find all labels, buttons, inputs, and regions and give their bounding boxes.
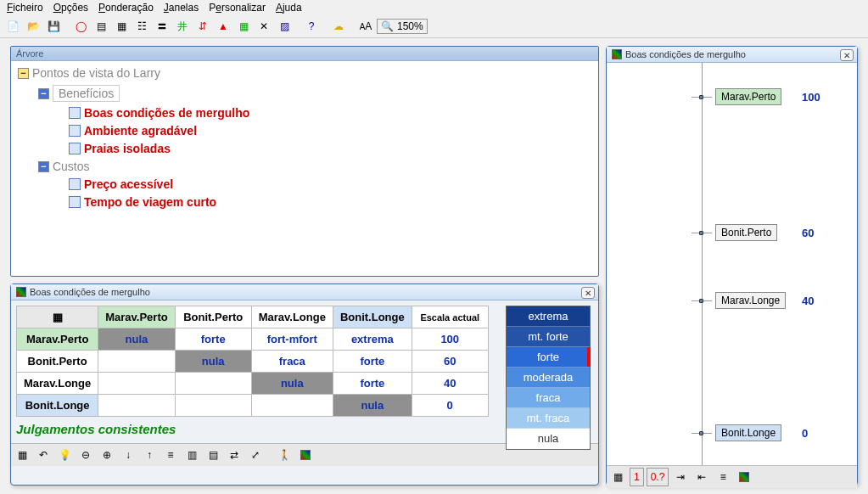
- tb-icon[interactable]: ≡: [161, 446, 180, 464]
- tool-icon-5[interactable]: 〓: [153, 17, 171, 36]
- tool-icon-8[interactable]: ▲: [214, 17, 232, 36]
- scale-label[interactable]: Marav.Longe: [715, 292, 786, 309]
- tb-icon[interactable]: ↶: [34, 446, 53, 464]
- tb-icon[interactable]: ⇥: [671, 468, 690, 486]
- matrix-col-header[interactable]: Bonit.Longe: [333, 306, 412, 328]
- legend-item[interactable]: extrema: [507, 306, 590, 327]
- matrix-cell[interactable]: forte: [175, 328, 251, 351]
- zoom-control[interactable]: 🔍 150%: [377, 19, 428, 34]
- menu-opcoes[interactable]: Opções: [53, 2, 88, 14]
- tb-icon[interactable]: ⇤: [692, 468, 711, 486]
- matrix-cell[interactable]: [175, 373, 251, 395]
- matrix-row-header[interactable]: Marav.Longe: [17, 373, 98, 395]
- menu-ponderacao[interactable]: Ponderação: [98, 2, 154, 14]
- tree-leaf[interactable]: Praias isoladas: [84, 142, 171, 155]
- tree-root[interactable]: Pontos de vista do Larry: [32, 66, 160, 80]
- tree-leaf[interactable]: Tempo de viagem curto: [84, 195, 216, 209]
- close-button[interactable]: ✕: [581, 287, 595, 299]
- tool-icon-4[interactable]: ☷: [132, 17, 151, 36]
- legend-item[interactable]: mt. fraca: [507, 408, 590, 429]
- matrix-row-header[interactable]: Bonit.Longe: [17, 395, 98, 417]
- tb-icon[interactable]: ⤢: [246, 446, 265, 464]
- matrix-cell[interactable]: nula: [333, 395, 412, 417]
- menu-personalizar[interactable]: Personalizar: [209, 2, 266, 14]
- tool-icon-3[interactable]: ▦: [112, 17, 131, 36]
- tb-icon[interactable]: ▦: [13, 446, 31, 464]
- tb-one[interactable]: 1: [630, 468, 644, 486]
- tool-icon-1[interactable]: ◯: [71, 17, 90, 36]
- matrix-cell[interactable]: [98, 373, 175, 395]
- tool-icon-7[interactable]: ⇵: [193, 17, 212, 36]
- matrix-cell[interactable]: nula: [175, 351, 251, 373]
- collapse-icon[interactable]: −: [18, 68, 29, 79]
- tb-icon[interactable]: 🚶: [275, 446, 294, 464]
- matrix-cell[interactable]: [98, 351, 175, 373]
- scale-label[interactable]: Bonit.Perto: [715, 224, 777, 241]
- tb-icon[interactable]: ↑: [140, 446, 159, 464]
- tree-group[interactable]: Custos: [53, 160, 90, 173]
- scale-marker[interactable]: [699, 95, 703, 99]
- matrix-col-header[interactable]: Bonit.Perto: [175, 306, 251, 328]
- tb-icon[interactable]: ⊖: [76, 446, 95, 464]
- legend-item[interactable]: nula: [507, 429, 590, 449]
- menu-ajuda[interactable]: Ajuda: [276, 2, 302, 14]
- matrix-cell[interactable]: nula: [251, 373, 333, 395]
- node-icon[interactable]: [69, 143, 81, 154]
- legend-item[interactable]: mt. forte: [507, 327, 590, 347]
- matrix-cell[interactable]: [175, 395, 251, 417]
- tb-icon[interactable]: ≡: [714, 468, 732, 486]
- tree-leaf[interactable]: Boas condições de mergulho: [84, 106, 249, 120]
- cloud-icon[interactable]: ☁: [329, 17, 348, 36]
- collapse-icon[interactable]: −: [38, 161, 49, 172]
- tb-icon[interactable]: [296, 446, 315, 464]
- matrix-cell[interactable]: [98, 395, 175, 417]
- node-icon[interactable]: [69, 196, 81, 208]
- tb-icon[interactable]: ⊕: [98, 446, 116, 464]
- tool-icon-11[interactable]: ▨: [275, 17, 294, 36]
- tb-icon[interactable]: ⇄: [225, 446, 244, 464]
- scale-marker[interactable]: [699, 431, 703, 435]
- matrix-cell[interactable]: forte: [333, 373, 412, 395]
- matrix-row-header[interactable]: Marav.Perto: [17, 328, 98, 351]
- tree-leaf[interactable]: Preço acessível: [84, 177, 173, 191]
- menu-janelas[interactable]: Janelas: [164, 2, 199, 14]
- tb-icon[interactable]: ▦: [608, 468, 627, 486]
- help-icon[interactable]: ?: [302, 17, 321, 36]
- matrix-col-header[interactable]: Marav.Perto: [98, 306, 175, 328]
- tb-icon[interactable]: [735, 468, 753, 486]
- tool-icon-10[interactable]: ✕: [255, 17, 273, 36]
- matrix-cell[interactable]: [251, 395, 333, 417]
- tb-decimal[interactable]: 0.?: [647, 468, 669, 486]
- tool-icon-2[interactable]: ▤: [92, 17, 110, 36]
- new-icon[interactable]: 📄: [3, 17, 22, 36]
- close-button[interactable]: ✕: [840, 49, 854, 61]
- tb-icon[interactable]: ▤: [204, 446, 222, 464]
- matrix-cell[interactable]: fort-mfort: [251, 328, 333, 351]
- node-icon[interactable]: [69, 107, 81, 119]
- scale-label[interactable]: Marav.Perto: [715, 88, 781, 105]
- matrix-cell[interactable]: nula: [98, 328, 175, 351]
- tool-icon-9[interactable]: ▦: [234, 17, 253, 36]
- scale-marker[interactable]: [699, 231, 703, 235]
- scale-label[interactable]: Bonit.Longe: [715, 424, 781, 441]
- open-icon[interactable]: 📂: [24, 17, 42, 36]
- matrix-cell[interactable]: forte: [333, 351, 412, 373]
- matrix-cell[interactable]: fraca: [251, 351, 333, 373]
- legend-item[interactable]: fraca: [507, 388, 590, 408]
- matrix-row-header[interactable]: Bonit.Perto: [17, 351, 98, 373]
- matrix-col-header[interactable]: Marav.Longe: [251, 306, 333, 328]
- tree-leaf[interactable]: Ambiente agradável: [84, 124, 197, 138]
- legend-item[interactable]: forte: [507, 347, 590, 368]
- scale-marker[interactable]: [699, 299, 703, 303]
- tree-group[interactable]: Benefícios: [53, 85, 120, 102]
- menu-ficheiro[interactable]: Ficheiro: [7, 2, 43, 14]
- save-icon[interactable]: 💾: [44, 17, 63, 36]
- tool-icon-6[interactable]: 井: [173, 17, 192, 36]
- tb-icon[interactable]: ↓: [119, 446, 137, 464]
- font-icon[interactable]: AA: [356, 17, 375, 36]
- matrix-cell[interactable]: extrema: [333, 328, 412, 351]
- tb-icon[interactable]: ▥: [182, 446, 201, 464]
- node-icon[interactable]: [69, 125, 81, 137]
- tb-icon[interactable]: 💡: [55, 446, 74, 464]
- node-icon[interactable]: [69, 178, 81, 190]
